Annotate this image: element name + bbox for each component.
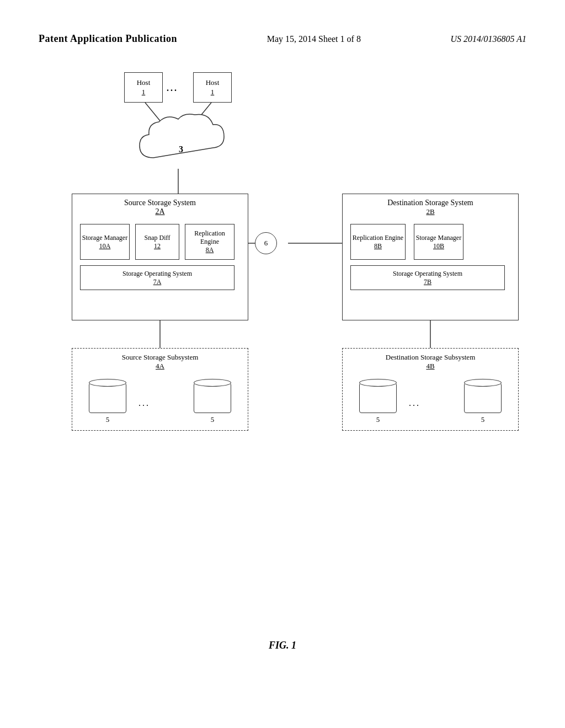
storage-os-a-label: Storage Operating System	[122, 270, 192, 278]
replication-engine-a-box: Replication Engine 8A	[185, 224, 234, 260]
diagram-area: Host 1 ... Host 1 3 Source Storage Syste…	[39, 67, 526, 673]
connector-id: 6	[264, 239, 268, 248]
source-system-title: Source Storage System 2A	[72, 199, 248, 216]
source-system-id: 2A	[155, 207, 164, 216]
replication-engine-b-id: 8B	[374, 242, 382, 250]
source-subsystem-box: Source Storage Subsystem 4A 5 ... 5	[72, 348, 248, 431]
storage-os-a-id: 7A	[153, 278, 162, 286]
source-subsystem-title: Source Storage Subsystem 4A	[72, 353, 248, 371]
host-1-label: Host	[137, 78, 151, 88]
storage-manager-a-id: 10A	[99, 242, 111, 250]
replication-engine-a-label: Replication Engine	[185, 229, 234, 246]
dest-subsystem-box: Destination Storage Subsystem 4B 5 ... 5	[342, 348, 519, 431]
storage-manager-b-box: Storage Manager 10B	[414, 224, 463, 260]
snap-diff-label: Snap Diff	[145, 234, 170, 242]
dest-cylinder-right: 5	[464, 379, 502, 424]
source-cylinder-left: 5	[89, 379, 126, 424]
host-1-id: 1	[142, 88, 146, 97]
storage-os-b-id: 7B	[424, 278, 431, 286]
replication-engine-b-box: Replication Engine 8B	[350, 224, 406, 260]
header-date-sheet: May 15, 2014 Sheet 1 of 8	[267, 34, 361, 44]
dest-system-id: 2B	[426, 207, 434, 216]
connector-6: 6	[255, 232, 277, 254]
source-cylinder-right: 5	[194, 379, 231, 424]
storage-manager-a-box: Storage Manager 10A	[80, 224, 130, 260]
storage-os-b-box: Storage Operating System 7B	[350, 265, 505, 290]
dest-subsystem-label: Destination Storage Subsystem	[386, 353, 476, 361]
header: Patent Application Publication May 15, 2…	[39, 33, 526, 45]
svg-text:3: 3	[179, 144, 183, 154]
page: Patent Application Publication May 15, 2…	[0, 0, 565, 728]
host-2-id: 1	[211, 88, 215, 97]
storage-os-a-box: Storage Operating System 7A	[80, 265, 234, 290]
dest-subsystem-id: 4B	[426, 362, 434, 370]
header-publication: Patent Application Publication	[39, 33, 177, 45]
source-system-label: Source Storage System	[124, 199, 196, 207]
cloud-icon: 3	[131, 108, 231, 172]
dest-system-label: Destination Storage System	[387, 199, 473, 207]
storage-os-b-label: Storage Operating System	[393, 270, 462, 278]
host-2-label: Host	[206, 78, 220, 88]
header-patent-number: US 2014/0136805 A1	[451, 34, 526, 44]
dest-system-title: Destination Storage System 2B	[343, 199, 518, 216]
storage-manager-b-label: Storage Manager	[416, 234, 461, 242]
figure-label: FIG. 1	[269, 640, 296, 651]
snap-diff-id: 12	[154, 242, 161, 250]
replication-engine-a-id: 8A	[206, 246, 214, 254]
storage-manager-a-label: Storage Manager	[82, 234, 127, 242]
host-1-box: Host 1	[124, 72, 163, 103]
replication-engine-b-label: Replication Engine	[353, 234, 403, 242]
cylinders-ellipsis: ...	[138, 398, 150, 408]
snap-diff-box: Snap Diff 12	[135, 224, 179, 260]
host-2-box: Host 1	[193, 72, 232, 103]
storage-manager-b-id: 10B	[433, 242, 444, 250]
dest-cylinder-left: 5	[359, 379, 397, 424]
source-subsystem-label: Source Storage Subsystem	[122, 353, 199, 361]
source-subsystem-id: 4A	[156, 362, 164, 370]
hosts-ellipsis: ...	[167, 83, 178, 93]
dest-subsystem-title: Destination Storage Subsystem 4B	[343, 353, 518, 371]
dest-cylinders-ellipsis: ...	[409, 398, 420, 408]
